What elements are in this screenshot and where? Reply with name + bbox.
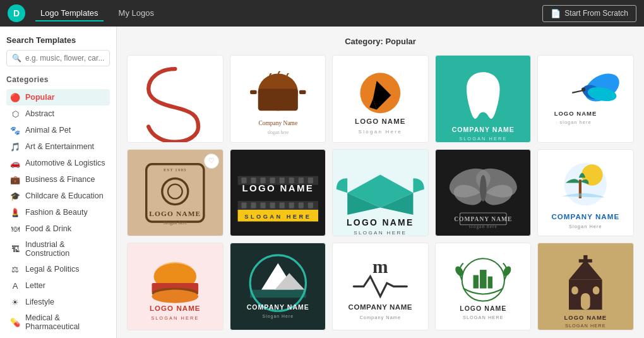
category-label: Fashion & Beauty xyxy=(25,208,88,217)
logo-card[interactable]: COMPANY NAME SLOGAN HERE xyxy=(435,55,532,143)
logo-card[interactable]: COMPANY NAME SLOGAN HERE xyxy=(127,55,224,143)
sidebar-item-food-drink[interactable]: 🍽 Food & Drink xyxy=(6,220,110,237)
logo-card[interactable]: m COMPANY NAME Company Name xyxy=(332,243,429,330)
category-icon: ⚖ xyxy=(10,264,20,274)
category-icon: 💼 xyxy=(10,174,20,184)
category-icon: 🚗 xyxy=(10,158,20,168)
start-from-scratch-button[interactable]: 📄 Start From Scratch xyxy=(542,5,636,22)
document-icon: 📄 xyxy=(551,9,561,18)
sidebar-item-automotive-logistics[interactable]: 🚗 Automotive & Logistics xyxy=(6,155,110,171)
logo-card[interactable]: COMPANY NAME slogan here xyxy=(435,149,532,237)
category-icon: A xyxy=(10,281,20,291)
logo-card[interactable]: COMPANY NAME Slogan Here xyxy=(537,149,634,237)
category-icon: 🎓 xyxy=(10,191,20,201)
logo-card[interactable]: COMPANY NAME Slogan Here xyxy=(230,243,326,330)
logo-grid: COMPANY NAME SLOGAN HERE Company Name sl… xyxy=(127,55,634,330)
sidebar-item-art-entertainment[interactable]: 🎵 Art & Entertainment xyxy=(6,138,110,155)
sidebar-item-legal-politics[interactable]: ⚖ Legal & Politics xyxy=(6,261,110,277)
category-icon: ⬡ xyxy=(10,109,20,119)
sidebar-item-letter[interactable]: A Letter xyxy=(6,277,110,294)
sidebar-item-fashion-beauty[interactable]: 💄 Fashion & Beauty xyxy=(6,204,110,220)
sidebar-item-animal-pet[interactable]: 🐾 Animal & Pet xyxy=(6,122,110,138)
search-input[interactable] xyxy=(25,54,104,63)
sidebar-item-lifestyle[interactable]: ☀ Lifestyle xyxy=(6,294,110,310)
category-label: Popular xyxy=(25,93,55,102)
category-label: Childcare & Education xyxy=(25,191,104,200)
sidebar-item-industrial-construction[interactable]: 🏗 Industrial & Construction xyxy=(6,237,110,261)
category-label: Industrial & Construction xyxy=(25,240,106,258)
logo-card[interactable]: LOGO NAME SLOGAN HERE xyxy=(332,149,429,237)
logo-card[interactable]: ♡ EST 1985 LOGO NAME Slogan here xyxy=(127,149,224,237)
search-icon: 🔍 xyxy=(12,54,21,63)
category-label: Business & Finance xyxy=(25,175,95,184)
category-label: Automotive & Logistics xyxy=(25,159,105,167)
favorite-button[interactable]: ♡ xyxy=(204,154,219,169)
category-icon: 🏗 xyxy=(10,244,20,254)
category-label: Food & Drink xyxy=(25,224,71,233)
category-icon: 💊 xyxy=(10,317,20,327)
logo-card[interactable]: Company Name slogan here xyxy=(230,55,326,143)
category-label: Legal & Politics xyxy=(25,265,79,274)
sidebar-item-nature-environment[interactable]: 🌿 Nature & Environment xyxy=(6,334,110,338)
search-box[interactable]: 🔍 xyxy=(6,50,110,66)
logo-card[interactable]: LOGO NAME slogan here xyxy=(537,55,634,143)
category-icon: 🔴 xyxy=(10,92,20,102)
sidebar: Search Templates 🔍 Categories 🔴 Popular⬡… xyxy=(0,27,117,338)
app-logo: D xyxy=(8,4,25,22)
category-icon: ☀ xyxy=(10,297,20,307)
category-icon: 💄 xyxy=(10,207,20,217)
sidebar-item-abstract[interactable]: ⬡ Abstract xyxy=(6,106,110,122)
content-area: Category: Popular COMPANY NAME SLOGAN HE… xyxy=(117,27,644,338)
category-heading: Category: Popular xyxy=(127,37,634,46)
category-label: Lifestyle xyxy=(25,298,54,306)
search-templates-title: Search Templates xyxy=(6,35,110,45)
category-icon: 🎵 xyxy=(10,142,20,152)
sidebar-item-childcare-education[interactable]: 🎓 Childcare & Education xyxy=(6,188,110,204)
logo-card[interactable]: LOGO NAME SLOGAN HERE xyxy=(435,243,532,330)
logo-card[interactable]: LOGO NAME Slogan Here xyxy=(332,55,429,143)
tab-my-logos[interactable]: My Logos xyxy=(114,6,159,21)
category-label: Abstract xyxy=(25,109,54,118)
category-label: Animal & Pet xyxy=(25,126,71,135)
category-icon: 🍽 xyxy=(10,224,20,234)
logo-card[interactable]: LOGO NAME SLOGAN HERE xyxy=(127,243,224,330)
main-layout: Search Templates 🔍 Categories 🔴 Popular⬡… xyxy=(0,27,644,338)
categories-title: Categories xyxy=(6,75,110,84)
header: D Logo Templates My Logos 📄 Start From S… xyxy=(0,0,644,27)
sidebar-item-popular[interactable]: 🔴 Popular xyxy=(6,89,110,106)
categories-list: 🔴 Popular⬡ Abstract🐾 Animal & Pet🎵 Art &… xyxy=(6,89,110,338)
category-name: Popular xyxy=(385,37,415,46)
logo-card[interactable]: LOGO NAME SLOGAN HERE xyxy=(230,149,326,237)
category-icon: 🐾 xyxy=(10,125,20,135)
category-label: Medical & Pharmaceutical xyxy=(25,313,106,331)
category-label: Art & Entertainment xyxy=(25,142,94,151)
category-label: Letter xyxy=(25,281,45,290)
logo-card[interactable]: LOGO NAME SLOGAN HERE xyxy=(537,243,634,330)
sidebar-item-medical-pharmaceutical[interactable]: 💊 Medical & Pharmaceutical xyxy=(6,310,110,334)
tab-logo-templates[interactable]: Logo Templates xyxy=(35,6,104,21)
sidebar-item-business-finance[interactable]: 💼 Business & Finance xyxy=(6,171,110,188)
